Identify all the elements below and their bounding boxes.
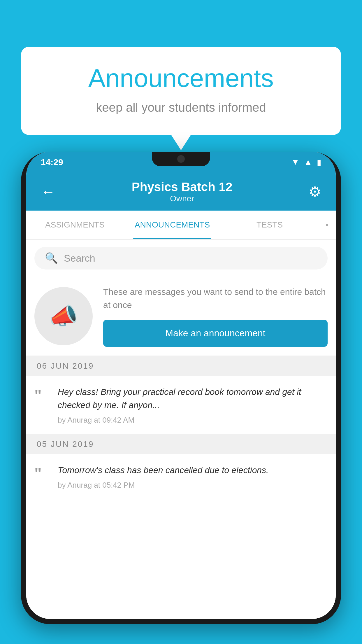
front-camera [177, 155, 185, 163]
phone-notch [152, 152, 210, 166]
speech-bubble-subtitle: keep all your students informed [44, 101, 318, 115]
tab-assignments[interactable]: ASSIGNMENTS [26, 211, 124, 239]
settings-icon[interactable]: ⚙ [309, 183, 321, 200]
announcement-meta-2: by Anurag at 05:42 PM [58, 481, 328, 490]
promo-section: 📣 These are messages you want to send to… [26, 276, 336, 356]
search-icon: 🔍 [45, 252, 58, 264]
search-placeholder: Search [64, 253, 95, 264]
phone-wrapper: 14:29 ▼ ▲ ▮ ← Physics Batch 12 Owner ⚙ [21, 152, 341, 644]
status-time: 14:29 [41, 157, 63, 167]
announcement-item-1[interactable]: " Hey class! Bring your practical record… [26, 376, 336, 434]
promo-icon-circle: 📣 [34, 287, 93, 345]
make-announcement-button[interactable]: Make an announcement [103, 320, 328, 347]
announcement-content-1: Hey class! Bring your practical record b… [58, 385, 328, 425]
announcement-item-2[interactable]: " Tomorrow's class has been cancelled du… [26, 454, 336, 499]
tab-bar: ASSIGNMENTS ANNOUNCEMENTS TESTS • [26, 211, 336, 240]
tab-tests[interactable]: TESTS [221, 211, 318, 239]
quote-icon-2: " [34, 463, 50, 481]
content-area: 🔍 Search 📣 These are messages you want t… [26, 240, 336, 619]
speech-bubble-container: Announcements keep all your students inf… [21, 47, 341, 135]
header-center: Physics Batch 12 Owner [132, 180, 233, 203]
header-title: Physics Batch 12 [132, 180, 233, 194]
tab-announcements[interactable]: ANNOUNCEMENTS [124, 211, 221, 239]
announcement-text-1: Hey class! Bring your practical record b… [58, 385, 328, 412]
megaphone-icon: 📣 [49, 302, 78, 330]
back-button[interactable]: ← [41, 183, 55, 200]
status-icons: ▼ ▲ ▮ [291, 158, 321, 167]
signal-icon: ▲ [304, 158, 312, 167]
date-separator-1: 06 JUN 2019 [26, 356, 336, 376]
speech-bubble-title: Announcements [44, 64, 318, 92]
tab-more[interactable]: • [318, 211, 336, 239]
announcement-text-2: Tomorrow's class has been cancelled due … [58, 463, 328, 477]
phone-screen: 14:29 ▼ ▲ ▮ ← Physics Batch 12 Owner ⚙ [26, 152, 336, 619]
wifi-icon: ▼ [291, 158, 300, 167]
quote-icon-1: " [34, 385, 50, 403]
app-header: ← Physics Batch 12 Owner ⚙ [26, 173, 336, 211]
battery-icon: ▮ [317, 158, 321, 167]
header-subtitle: Owner [132, 194, 233, 203]
search-bar[interactable]: 🔍 Search [34, 247, 328, 270]
promo-description: These are messages you want to send to t… [103, 285, 328, 312]
speech-bubble: Announcements keep all your students inf… [21, 47, 341, 135]
phone-device: 14:29 ▼ ▲ ▮ ← Physics Batch 12 Owner ⚙ [21, 152, 341, 624]
promo-right: These are messages you want to send to t… [103, 285, 328, 347]
date-separator-2: 05 JUN 2019 [26, 434, 336, 454]
announcement-meta-1: by Anurag at 09:42 AM [58, 416, 328, 425]
announcement-content-2: Tomorrow's class has been cancelled due … [58, 463, 328, 490]
